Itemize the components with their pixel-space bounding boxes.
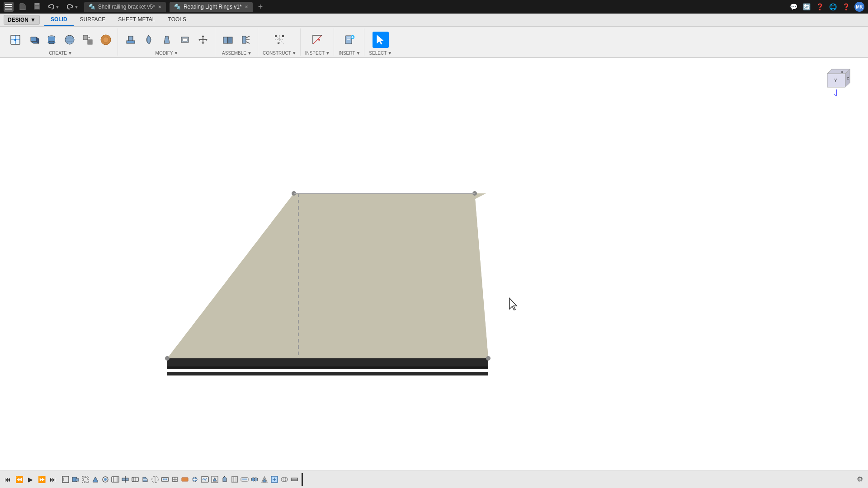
tab-close-shelf[interactable]: ✕	[158, 5, 161, 9]
tl-icon-9[interactable]	[141, 475, 150, 484]
tl-icon-17[interactable]	[220, 475, 229, 484]
construct-tool[interactable]	[271, 32, 288, 48]
inspect-label[interactable]: INSPECT ▼	[305, 51, 330, 56]
svg-point-22	[103, 37, 108, 42]
timeline-play-btn[interactable]: ▶	[25, 474, 35, 484]
tab-surface[interactable]: SURFACE	[74, 14, 112, 26]
svg-line-47	[313, 35, 322, 44]
box-tool[interactable]	[25, 32, 42, 48]
svg-rect-23	[127, 41, 135, 43]
new-sketch-tool[interactable]	[7, 32, 24, 48]
sync-icon[interactable]: 🔄	[802, 2, 811, 11]
svg-rect-9	[14, 39, 16, 41]
timeline-prev-btn[interactable]: ⏪	[14, 474, 24, 484]
tl-icon-14[interactable]	[190, 475, 199, 484]
tl-icon-3[interactable]	[81, 475, 90, 484]
modify-label[interactable]: MODIFY ▼	[156, 51, 179, 56]
undo-btn[interactable]: ▼	[46, 3, 61, 11]
insert-icons	[341, 28, 358, 51]
tl-icon-10[interactable]	[151, 475, 160, 484]
tl-icon-23[interactable]	[280, 475, 289, 484]
shell-tool[interactable]	[177, 32, 193, 48]
tl-icon-5[interactable]	[101, 475, 110, 484]
svg-rect-46	[282, 35, 284, 37]
help2-icon[interactable]: ❓	[841, 2, 851, 11]
tl-icon-20[interactable]	[250, 475, 259, 484]
svg-rect-99	[161, 478, 169, 481]
tl-icon-21[interactable]	[260, 475, 269, 484]
create-icons	[7, 28, 114, 51]
tab-solid[interactable]: SOLID	[44, 14, 74, 26]
svg-rect-5	[35, 6, 39, 9]
insert-label[interactable]: INSERT ▼	[339, 51, 360, 56]
timeline-end-btn[interactable]: ⏭	[48, 474, 58, 484]
tl-icon-7[interactable]	[121, 475, 130, 484]
cylinder-tool[interactable]	[43, 32, 60, 48]
tab-reading-light[interactable]: 🔩 Reading Light Rings v1* ✕	[170, 2, 253, 12]
tab-sheet-metal[interactable]: SHEET METAL	[112, 14, 161, 26]
svg-marker-85	[93, 477, 98, 482]
assemble-label[interactable]: ASSEMBLE ▼	[222, 51, 252, 56]
tab-shelf-railing[interactable]: 🔩 Shelf railing bracket v5* ✕	[84, 2, 166, 12]
tl-icon-11[interactable]	[160, 475, 170, 484]
transform-tool[interactable]	[80, 32, 96, 48]
user-avatar[interactable]: MK	[854, 2, 864, 12]
tl-icon-6[interactable]	[111, 475, 120, 484]
viewport[interactable]: Y X Z	[0, 58, 868, 469]
help-icon[interactable]: ❓	[815, 2, 825, 11]
tl-icon-18[interactable]	[230, 475, 239, 484]
timeline-next-btn[interactable]: ⏩	[37, 474, 47, 484]
timeline-settings-btn[interactable]: ⚙	[854, 474, 865, 485]
construct-label[interactable]: CONSTRUCT ▼	[263, 51, 297, 56]
move-tool[interactable]	[195, 32, 211, 48]
loft-tool[interactable]	[159, 32, 175, 48]
assemble-tool1[interactable]	[220, 32, 236, 48]
sphere-tool[interactable]	[61, 32, 78, 48]
select-tool[interactable]	[373, 32, 389, 48]
design-dropdown[interactable]: DESIGN ▼	[4, 15, 40, 25]
assemble-icons	[220, 28, 254, 51]
tl-icon-12[interactable]	[170, 475, 179, 484]
svg-line-38	[246, 36, 250, 38]
tl-icon-19[interactable]	[240, 475, 249, 484]
chat-icon[interactable]: 💬	[789, 2, 798, 11]
assemble-tool2[interactable]	[238, 32, 254, 48]
insert-tool[interactable]	[341, 32, 358, 48]
redo-btn[interactable]: ▼	[65, 3, 80, 11]
add-tab-btn[interactable]: +	[256, 1, 265, 13]
tl-icon-15[interactable]	[200, 475, 209, 484]
svg-rect-62	[167, 358, 488, 366]
extrude-tool[interactable]	[123, 32, 139, 48]
revolve-tool[interactable]	[141, 32, 157, 48]
orientation-cube[interactable]: Y X Z	[818, 62, 854, 99]
tl-icon-8[interactable]	[131, 475, 140, 484]
tab-tools[interactable]: TOOLS	[162, 14, 193, 26]
timeline-start-btn[interactable]: ⏮	[3, 474, 13, 484]
tl-icon-13[interactable]	[180, 475, 189, 484]
svg-point-87	[104, 478, 107, 481]
tl-marker[interactable]	[302, 473, 303, 486]
tl-icon-4[interactable]	[91, 475, 100, 484]
form-tool[interactable]	[98, 32, 114, 48]
globe-icon[interactable]: 🌐	[828, 2, 838, 11]
tl-icon-16[interactable]	[210, 475, 219, 484]
tab-close-reading[interactable]: ✕	[245, 5, 248, 9]
file-menu[interactable]	[17, 2, 28, 12]
save-btn[interactable]	[32, 2, 42, 12]
svg-marker-111	[213, 478, 217, 481]
svg-text:Y: Y	[834, 78, 837, 83]
svg-rect-0	[5, 4, 12, 5]
svg-rect-64	[167, 372, 488, 375]
construct-icons	[271, 28, 288, 51]
tl-icon-2[interactable]	[71, 475, 80, 484]
select-label[interactable]: SELECT ▼	[369, 51, 392, 56]
create-label[interactable]: CREATE ▼	[49, 51, 72, 56]
tl-icon-24[interactable]	[290, 475, 299, 484]
svg-rect-4	[35, 3, 39, 5]
top-right-icons: 💬 🔄 ❓ 🌐 ❓ MK	[789, 2, 864, 12]
tl-icon-22[interactable]	[270, 475, 279, 484]
inspect-tool[interactable]	[309, 32, 326, 48]
app-menu-icon[interactable]	[4, 2, 14, 12]
tl-icon-1[interactable]	[61, 475, 70, 484]
svg-marker-60	[167, 193, 488, 358]
